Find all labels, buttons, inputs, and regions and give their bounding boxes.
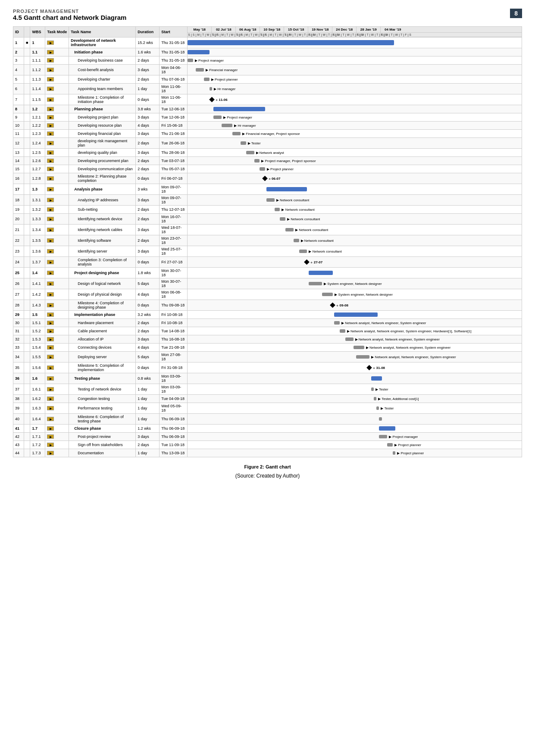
table-row: 221.3.5▶Identifying software2 daysMon 23… xyxy=(13,235,522,246)
table-row: 341.5.5▶Deploying server5 daysMon 27-08-… xyxy=(13,352,522,362)
table-row: 211.3.4▶Identifying network cables3 days… xyxy=(13,225,522,235)
table-row: 401.6.4▶Milestone 6: Completion of testi… xyxy=(13,414,522,425)
table-row: 101.2.2▶Developing resource plan4 daysFr… xyxy=(13,122,522,130)
table-row: 321.5.3▶Allocation of IP3 daysThu 16-08-… xyxy=(13,335,522,344)
table-row: 281.4.3▶Milestone 4: Completion of desig… xyxy=(13,300,522,311)
gantt-table: ID WBS Task Mode Task Name Duration Star… xyxy=(13,26,522,457)
table-row: 161.2.8▶Milestone 2: Planning phase comp… xyxy=(13,173,522,184)
col-duration: Duration xyxy=(136,27,160,37)
table-row: 301.5.1▶Hardware placement2 daysFri 10-0… xyxy=(13,319,522,327)
table-row: 91.2.1▶Developing project plan3 daysTue … xyxy=(13,113,522,122)
table-row: 421.7.1▶Post-project review3 daysThu 06-… xyxy=(13,433,522,441)
table-row: 351.5.6▶Milestone 5: Completion of imple… xyxy=(13,362,522,373)
col-mode: Task Mode xyxy=(45,27,69,37)
table-row: 381.6.2▶Congestion testing1 dayTue 04-09… xyxy=(13,395,522,403)
table-row: 71.1.5▶Milestone 1: Completion of initia… xyxy=(13,94,522,105)
table-row: 271.4.2▶Design of physical design4 daysM… xyxy=(13,289,522,300)
table-row: 391.6.3▶Performance testing1 dayWed 05-0… xyxy=(13,403,522,414)
table-row: 331.5.4▶Connecting devices4 daysTue 21-0… xyxy=(13,344,522,352)
table-row: 231.3.6▶Identifying server3 daysWed 25-0… xyxy=(13,246,522,257)
page-number: 8 xyxy=(510,9,522,18)
table-row: 81.2▶Planning phase3.8 wksTue 12-06-18 xyxy=(13,105,522,113)
table-row: 141.2.6▶Developing procurement plan2 day… xyxy=(13,157,522,165)
figure-caption: Figure 2: Gantt chart xyxy=(13,464,522,469)
table-row: 171.3▶Analysis phase3 wksMon 09-07-18 xyxy=(13,184,522,195)
table-row: 31.1.1▶Developing business case2 daysThu… xyxy=(13,56,522,65)
header-title: PROJECT MANAGEMENT xyxy=(13,9,79,14)
col-flag xyxy=(24,27,30,37)
table-row: 441.7.3▶Documentation1 dayThu 13-09-18▶ … xyxy=(13,449,522,457)
col-wbs: WBS xyxy=(30,27,45,37)
table-row: 61.1.4▶Appointing team members1 dayMon 1… xyxy=(13,84,522,94)
table-row: 121.2.4▶developing risk management plan2… xyxy=(13,138,522,149)
table-row: 201.3.3▶Identifying network device2 days… xyxy=(13,214,522,225)
table-row: 191.3.2▶Sub-netting2 daysThu 12-07-18▶ N… xyxy=(13,206,522,214)
table-row: 51.1.3▶Developing charter2 daysThu 07-06… xyxy=(13,75,522,84)
col-start: Start xyxy=(160,27,188,37)
col-gantt: May '18 02 Jul '18 06 Aug '18 10 Sep '18… xyxy=(188,27,522,37)
table-row: 251.4▶Project designing phase1.8 wksMon … xyxy=(13,268,522,278)
table-row: 371.6.1▶Testing of network device1 dayMo… xyxy=(13,384,522,395)
table-row: 361.6▶Testing phase0.8 wksMon 03-09-18 xyxy=(13,373,522,384)
table-row: 41.1.2▶Cost-benefit analysis3 daysMon 04… xyxy=(13,65,522,75)
col-id: ID xyxy=(13,27,24,37)
table-row: 241.3.7▶Completion 3: Completion of anal… xyxy=(13,257,522,268)
table-row: 21.1▶Initiation phase1.6 wksThu 31-05-18 xyxy=(13,48,522,56)
table-row: 181.3.1▶Analyzing IP addresses3 daysMon … xyxy=(13,195,522,206)
gantt-container: ID WBS Task Mode Task Name Duration Star… xyxy=(13,26,522,457)
table-row: 411.7▶Closure phase1.2 wksThu 06-09-18 xyxy=(13,425,522,433)
col-taskname: Task Name xyxy=(69,27,136,37)
table-row: 291.5▶Implementation phase3.2 wksFri 10-… xyxy=(13,311,522,319)
table-row: 261.4.1▶Design of logical network5 daysM… xyxy=(13,278,522,289)
page-header: PROJECT MANAGEMENT 8 xyxy=(13,9,522,14)
table-row: 111.2.3▶Developing financial plan3 daysT… xyxy=(13,130,522,138)
table-row: 431.7.2▶Sign off from stakeholders2 days… xyxy=(13,441,522,449)
table-row: 131.2.5▶developing quality plan3 daysThu… xyxy=(13,149,522,157)
table-row: 1■1▶Development of network infrastructur… xyxy=(13,37,522,48)
section-title: 4.5 Gantt chart and Network Diagram xyxy=(13,14,522,21)
table-row: 311.5.2▶Cable placement2 daysTue 14-08-1… xyxy=(13,327,522,335)
source-caption: (Source: Created by Author) xyxy=(13,473,522,479)
table-row: 151.2.7▶Developing communication plan2 d… xyxy=(13,165,522,173)
